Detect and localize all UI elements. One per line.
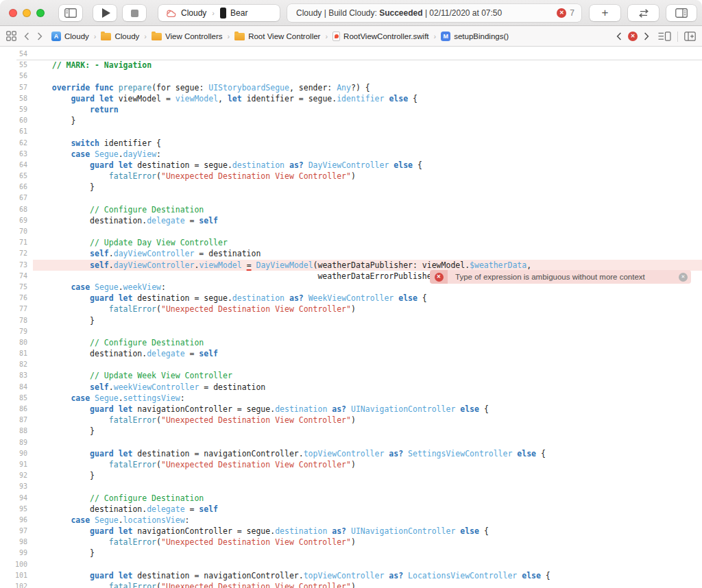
- code-line-102[interactable]: 102 fatalError("Unexpected Destination V…: [0, 581, 702, 588]
- line-number[interactable]: 100: [0, 559, 27, 570]
- code-line-101[interactable]: 101 guard let destination = navigationCo…: [0, 570, 702, 581]
- toggle-inspector-button[interactable]: [666, 5, 697, 21]
- line-number[interactable]: 74: [0, 271, 27, 282]
- line-number[interactable]: 102: [0, 581, 27, 588]
- line-number[interactable]: 76: [0, 293, 27, 304]
- code-line-83[interactable]: 83 // Update Week View Controller: [0, 370, 702, 381]
- code-line-64[interactable]: 64 guard let destination = segue.destina…: [0, 160, 702, 171]
- line-number[interactable]: 73: [0, 260, 27, 271]
- breadcrumb-item[interactable]: MsetupBindings(): [441, 32, 509, 41]
- activity-status-bar[interactable]: Cloudy | Build Cloudy: Succeeded | 02/11…: [287, 4, 581, 22]
- next-issue-icon[interactable]: [644, 32, 649, 40]
- code-line-93[interactable]: 93: [0, 481, 702, 492]
- code-line-98[interactable]: 98 fatalError("Unexpected Destination Vi…: [0, 537, 702, 548]
- line-number[interactable]: 69: [0, 215, 27, 226]
- code-line-54[interactable]: 54: [0, 49, 702, 60]
- related-items-icon[interactable]: [6, 31, 16, 41]
- line-number[interactable]: 88: [0, 426, 27, 437]
- code-line-66[interactable]: 66 }: [0, 182, 702, 193]
- line-number[interactable]: 98: [0, 537, 27, 548]
- line-number[interactable]: 84: [0, 382, 27, 393]
- line-number[interactable]: 93: [0, 481, 27, 492]
- line-number[interactable]: 86: [0, 404, 27, 415]
- code-line-91[interactable]: 91 fatalError("Unexpected Destination Vi…: [0, 459, 702, 470]
- breadcrumb-item[interactable]: Cloudy: [101, 32, 139, 40]
- line-number[interactable]: 77: [0, 304, 27, 315]
- line-number[interactable]: 78: [0, 315, 27, 326]
- line-number[interactable]: 91: [0, 459, 27, 470]
- line-number[interactable]: 75: [0, 282, 27, 293]
- line-number[interactable]: 70: [0, 226, 27, 237]
- code-line-99[interactable]: 99 }: [0, 548, 702, 559]
- code-line-84[interactable]: 84 self.weekViewController = destination: [0, 382, 702, 393]
- code-line-69[interactable]: 69 destination.delegate = self: [0, 215, 702, 226]
- line-number[interactable]: 97: [0, 526, 27, 537]
- minimize-window-button[interactable]: [23, 9, 31, 17]
- code-line-88[interactable]: 88 }: [0, 426, 702, 437]
- line-number[interactable]: 56: [0, 71, 27, 82]
- line-number[interactable]: 79: [0, 326, 27, 337]
- breadcrumb-item[interactable]: View Controllers: [152, 32, 223, 40]
- code-line-72[interactable]: 72 self.dayViewController = destination: [0, 248, 702, 259]
- history-forward-icon[interactable]: [37, 32, 43, 40]
- editor-options-icon[interactable]: [658, 32, 671, 41]
- code-line-89[interactable]: 89: [0, 437, 702, 448]
- line-number[interactable]: 62: [0, 138, 27, 149]
- line-number[interactable]: 99: [0, 548, 27, 559]
- code-line-80[interactable]: 80 // Configure Destination: [0, 337, 702, 348]
- line-number[interactable]: 89: [0, 437, 27, 448]
- code-line-77[interactable]: 77 fatalError("Unexpected Destination Vi…: [0, 304, 702, 315]
- code-line-79[interactable]: 79: [0, 326, 702, 337]
- code-line-60[interactable]: 60 }: [0, 115, 702, 126]
- code-line-92[interactable]: 92 }: [0, 470, 702, 481]
- code-line-90[interactable]: 90 guard let destination = navigationCon…: [0, 448, 702, 459]
- line-number[interactable]: 61: [0, 126, 27, 137]
- library-add-button[interactable]: +: [590, 5, 620, 21]
- code-line-55[interactable]: 55 // MARK: - Navigation: [0, 60, 702, 71]
- code-line-63[interactable]: 63 case Segue.dayView:: [0, 149, 702, 160]
- code-line-56[interactable]: 56: [0, 71, 702, 82]
- line-number[interactable]: 57: [0, 82, 27, 93]
- code-line-59[interactable]: 59 return: [0, 104, 702, 115]
- line-number[interactable]: 58: [0, 93, 27, 104]
- code-line-68[interactable]: 68 // Configure Destination: [0, 204, 702, 215]
- line-number[interactable]: 63: [0, 149, 27, 160]
- line-number[interactable]: 95: [0, 504, 27, 515]
- line-number[interactable]: 55: [0, 60, 27, 71]
- code-line-95[interactable]: 95 destination.delegate = self: [0, 504, 702, 515]
- line-number[interactable]: 82: [0, 359, 27, 370]
- line-number[interactable]: 72: [0, 248, 27, 259]
- line-number[interactable]: 60: [0, 115, 27, 126]
- code-line-82[interactable]: 82: [0, 359, 702, 370]
- error-badge-icon[interactable]: ✕: [557, 8, 566, 18]
- breadcrumb-item[interactable]: RootViewController.swift: [332, 32, 428, 41]
- code-line-65[interactable]: 65 fatalError("Unexpected Destination Vi…: [0, 171, 702, 182]
- line-number[interactable]: 83: [0, 370, 27, 381]
- code-line-100[interactable]: 100: [0, 559, 702, 570]
- code-line-78[interactable]: 78 }: [0, 315, 702, 326]
- code-line-85[interactable]: 85 case Segue.settingsView:: [0, 393, 702, 404]
- error-banner-close-button[interactable]: ✕: [679, 273, 688, 282]
- line-number[interactable]: 66: [0, 182, 27, 193]
- code-line-73[interactable]: 73 self.dayViewController.viewModel = Da…: [0, 260, 702, 271]
- toggle-navigator-button[interactable]: [59, 5, 82, 21]
- add-editor-icon[interactable]: [684, 32, 696, 41]
- line-number[interactable]: 59: [0, 104, 27, 115]
- code-line-70[interactable]: 70: [0, 226, 702, 237]
- line-number[interactable]: 90: [0, 448, 27, 459]
- source-editor[interactable]: 5455 // MARK: - Navigation5657 override …: [0, 47, 702, 588]
- scheme-selector[interactable]: Cloudy › Bear: [158, 5, 280, 21]
- code-line-61[interactable]: 61: [0, 126, 702, 137]
- line-number[interactable]: 71: [0, 237, 27, 248]
- breadcrumb-item[interactable]: ACloudy: [51, 32, 89, 41]
- line-number[interactable]: 65: [0, 171, 27, 182]
- code-line-62[interactable]: 62 switch identifier {: [0, 138, 702, 149]
- code-line-81[interactable]: 81 destination.delegate = self: [0, 348, 702, 359]
- line-number[interactable]: 67: [0, 193, 27, 204]
- code-line-58[interactable]: 58 guard let viewModel = viewModel, let …: [0, 93, 702, 104]
- issue-badge[interactable]: ✕: [628, 32, 638, 41]
- previous-issue-icon[interactable]: [616, 32, 622, 40]
- code-line-76[interactable]: 76 guard let destination = segue.destina…: [0, 293, 702, 304]
- line-number[interactable]: 68: [0, 204, 27, 215]
- close-window-button[interactable]: [9, 9, 17, 17]
